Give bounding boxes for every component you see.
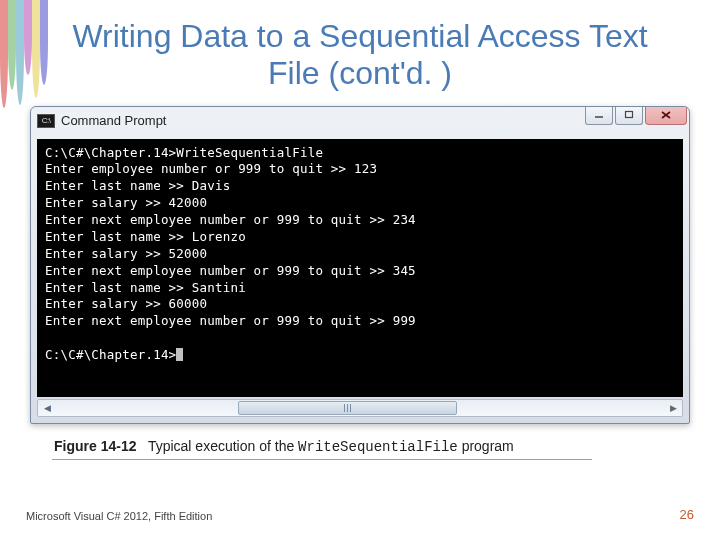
cursor [176, 348, 183, 361]
caption-prefix: Typical execution of the [148, 438, 298, 454]
console-output: C:\C#\Chapter.14>WriteSequentialFile Ent… [37, 139, 683, 397]
page-number: 26 [680, 507, 694, 522]
maximize-icon [624, 110, 634, 120]
caption-program: WriteSequentialFile [298, 439, 458, 455]
minimize-button[interactable] [585, 107, 613, 125]
slide-title: Writing Data to a Sequential Access Text… [0, 0, 720, 100]
caption-suffix: program [458, 438, 514, 454]
decorative-stripes [0, 0, 48, 110]
footer-book-title: Microsoft Visual C# 2012, Fifth Edition [26, 510, 212, 522]
svg-rect-1 [626, 112, 633, 118]
caption-label: Figure 14-12 [54, 438, 136, 454]
scroll-left-arrow-icon[interactable]: ◀ [38, 400, 56, 416]
close-button[interactable] [645, 107, 687, 125]
scroll-thumb[interactable] [238, 401, 457, 415]
maximize-button[interactable] [615, 107, 643, 125]
minimize-icon [594, 111, 604, 119]
figure-caption: Figure 14-12 Typical execution of the Wr… [28, 424, 692, 455]
titlebar[interactable]: C:\ Command Prompt [31, 107, 689, 135]
horizontal-scrollbar[interactable]: ◀ ▶ [37, 399, 683, 417]
command-prompt-window: C:\ Command Prompt C:\C#\Chapter.14>Writ… [30, 106, 690, 424]
figure-area: C:\ Command Prompt C:\C#\Chapter.14>Writ… [0, 100, 720, 460]
scroll-right-arrow-icon[interactable]: ▶ [664, 400, 682, 416]
scroll-track[interactable] [56, 400, 664, 416]
close-icon [660, 110, 672, 120]
console-icon: C:\ [37, 114, 55, 128]
window-controls [585, 107, 687, 125]
caption-underline [52, 459, 592, 460]
window-title: Command Prompt [61, 113, 166, 128]
